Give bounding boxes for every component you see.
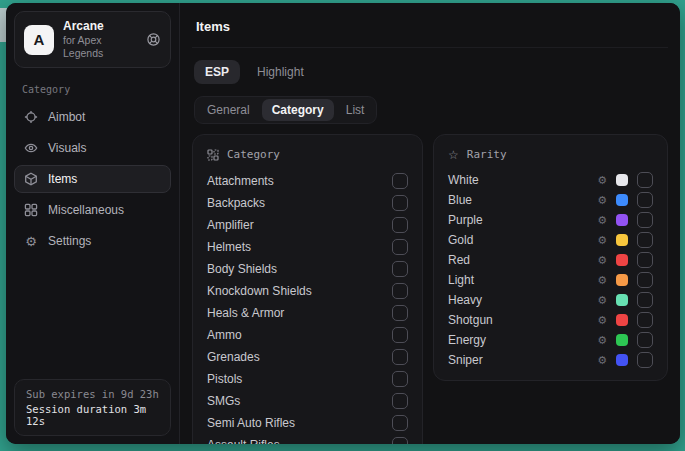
- rarity-row-label: Red: [448, 253, 597, 267]
- category-checkbox[interactable]: [392, 283, 408, 299]
- category-row[interactable]: SMGs: [207, 390, 408, 412]
- view-tabs: General Category List: [194, 96, 377, 124]
- color-swatch[interactable]: [616, 354, 628, 366]
- sub-expires-text: Sub expires in 9d 23h: [26, 388, 159, 400]
- category-checkbox[interactable]: [392, 195, 408, 211]
- rarity-checkbox[interactable]: [637, 352, 653, 368]
- gear-icon[interactable]: ⚙: [597, 235, 607, 246]
- rarity-checkbox[interactable]: [637, 272, 653, 288]
- main-header: Items: [192, 17, 668, 48]
- rarity-row[interactable]: White ⚙: [448, 170, 653, 190]
- category-row-label: Backpacks: [207, 196, 265, 210]
- gear-icon[interactable]: ⚙: [597, 315, 607, 326]
- gear-icon[interactable]: ⚙: [597, 195, 607, 206]
- category-checkbox[interactable]: [392, 173, 408, 189]
- rarity-row[interactable]: Light ⚙: [448, 270, 653, 290]
- category-row[interactable]: Backpacks: [207, 192, 408, 214]
- category-row[interactable]: Body Shields: [207, 258, 408, 280]
- color-swatch[interactable]: [616, 234, 628, 246]
- category-row-label: Pistols: [207, 372, 242, 386]
- category-list: Attachments Backpacks Amplifier: [207, 170, 408, 444]
- brand-card[interactable]: A Arcane for Apex Legends: [14, 11, 171, 68]
- gear-icon[interactable]: ⚙: [597, 275, 607, 286]
- category-row-label: Semi Auto Rifles: [207, 416, 295, 430]
- main-content: Items ESP Highlight General Category Lis…: [180, 3, 680, 444]
- app-subtitle: for Apex Legends: [63, 34, 137, 60]
- gear-icon[interactable]: ⚙: [597, 295, 607, 306]
- category-row[interactable]: Semi Auto Rifles: [207, 412, 408, 434]
- rarity-row-label: Blue: [448, 193, 597, 207]
- rarity-card: ☆ Rarity White ⚙ Blue: [433, 134, 668, 381]
- rarity-row[interactable]: Energy ⚙: [448, 330, 653, 350]
- category-checkbox[interactable]: [392, 393, 408, 409]
- lifebuoy-icon[interactable]: [146, 32, 161, 47]
- rarity-row[interactable]: Gold ⚙: [448, 230, 653, 250]
- tab-general[interactable]: General: [197, 99, 260, 121]
- rarity-row[interactable]: Red ⚙: [448, 250, 653, 270]
- category-checkbox[interactable]: [392, 239, 408, 255]
- tab-list[interactable]: List: [336, 99, 375, 121]
- color-swatch[interactable]: [616, 334, 628, 346]
- rarity-row[interactable]: Purple ⚙: [448, 210, 653, 230]
- rarity-row[interactable]: Blue ⚙: [448, 190, 653, 210]
- tab-category[interactable]: Category: [262, 99, 334, 121]
- gear-icon[interactable]: ⚙: [597, 175, 607, 186]
- category-checkbox[interactable]: [392, 371, 408, 387]
- rarity-checkbox[interactable]: [637, 312, 653, 328]
- category-checkbox[interactable]: [392, 261, 408, 277]
- rarity-row[interactable]: Heavy ⚙: [448, 290, 653, 310]
- rarity-list: White ⚙ Blue ⚙: [448, 170, 653, 370]
- category-row[interactable]: Knockdown Shields: [207, 280, 408, 302]
- rarity-row[interactable]: Shotgun ⚙: [448, 310, 653, 330]
- category-checkbox[interactable]: [392, 327, 408, 343]
- color-swatch[interactable]: [616, 314, 628, 326]
- gear-icon[interactable]: ⚙: [597, 255, 607, 266]
- category-checkbox[interactable]: [392, 437, 408, 444]
- rarity-checkbox[interactable]: [637, 252, 653, 268]
- category-row[interactable]: Assault Rifles: [207, 434, 408, 444]
- color-swatch[interactable]: [616, 274, 628, 286]
- category-checkbox[interactable]: [392, 217, 408, 233]
- rarity-checkbox[interactable]: [637, 232, 653, 248]
- category-row[interactable]: Ammo: [207, 324, 408, 346]
- rarity-checkbox[interactable]: [637, 212, 653, 228]
- color-swatch[interactable]: [616, 294, 628, 306]
- category-row[interactable]: Helmets: [207, 236, 408, 258]
- sidebar-item-settings[interactable]: ⚙ Settings: [14, 227, 171, 255]
- gear-icon[interactable]: ⚙: [597, 215, 607, 226]
- color-swatch[interactable]: [616, 194, 628, 206]
- color-swatch[interactable]: [616, 254, 628, 266]
- rarity-row-label: Heavy: [448, 293, 597, 307]
- rarity-checkbox[interactable]: [637, 192, 653, 208]
- category-checkbox[interactable]: [392, 415, 408, 431]
- rarity-checkbox[interactable]: [637, 292, 653, 308]
- sidebar-item-label: Aimbot: [48, 110, 85, 124]
- rarity-row[interactable]: Sniper ⚙: [448, 350, 653, 370]
- gear-icon[interactable]: ⚙: [597, 355, 607, 366]
- tab-esp[interactable]: ESP: [194, 60, 240, 84]
- rarity-row-label: Light: [448, 273, 597, 287]
- rarity-checkbox[interactable]: [637, 332, 653, 348]
- category-row[interactable]: Amplifier: [207, 214, 408, 236]
- sidebar-section-label: Category: [22, 84, 163, 95]
- color-swatch[interactable]: [616, 214, 628, 226]
- gear-icon[interactable]: ⚙: [597, 335, 607, 346]
- category-row-label: Assault Rifles: [207, 438, 280, 444]
- rarity-checkbox[interactable]: [637, 172, 653, 188]
- sidebar-item-aimbot[interactable]: Aimbot: [14, 103, 171, 131]
- sidebar-nav: Aimbot Visuals Items: [14, 103, 171, 255]
- sidebar-item-visuals[interactable]: Visuals: [14, 134, 171, 162]
- category-card-header: Category: [207, 145, 408, 170]
- category-row[interactable]: Attachments: [207, 170, 408, 192]
- category-checkbox[interactable]: [392, 305, 408, 321]
- category-checkbox[interactable]: [392, 349, 408, 365]
- sidebar-item-items[interactable]: Items: [14, 165, 171, 193]
- category-row[interactable]: Pistols: [207, 368, 408, 390]
- tab-highlight[interactable]: Highlight: [246, 60, 315, 84]
- color-swatch[interactable]: [616, 174, 628, 186]
- session-duration-text: Session duration 3m 12s: [26, 403, 159, 427]
- category-row[interactable]: Heals & Armor: [207, 302, 408, 324]
- cards-row: Category Attachments Backpacks: [192, 134, 668, 444]
- category-row[interactable]: Grenades: [207, 346, 408, 368]
- sidebar-item-miscellaneous[interactable]: Miscellaneous: [14, 196, 171, 224]
